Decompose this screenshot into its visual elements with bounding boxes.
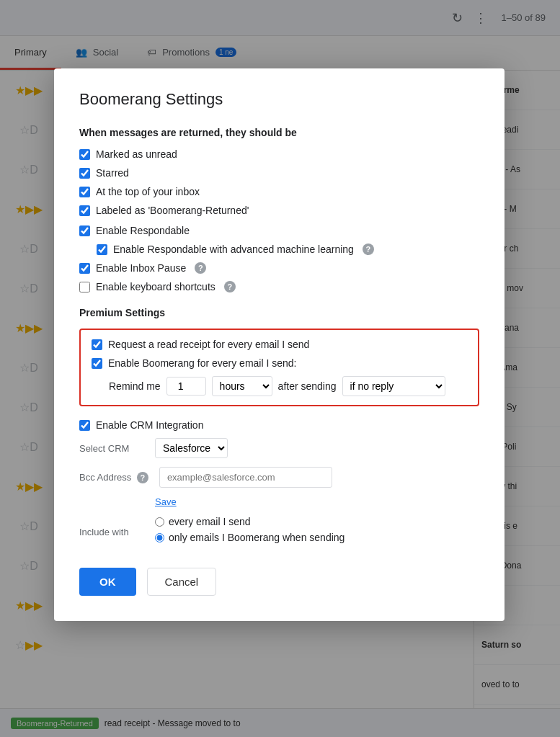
include-radio-group: every email I send only emails I Boomera… — [155, 516, 345, 548]
checkbox-respondable-row: Enable Respondable — [79, 225, 479, 236]
checkbox-enable-crm-label: Enable CRM Integration — [96, 419, 203, 431]
checkbox-respondable-ml-label: Enable Respondable with advanced machine… — [113, 244, 354, 255]
premium-section-title: Premium Settings — [79, 307, 479, 318]
checkbox-enable-boomerang-send-label: Enable Boomerang for every email I send: — [108, 357, 296, 369]
checkbox-enable-crm[interactable] — [79, 420, 90, 431]
radio-every-email[interactable] — [155, 517, 164, 527]
checkbox-keyboard-row: Enable keyboard shortcuts ? — [79, 281, 479, 292]
checkbox-labeled-row: Labeled as 'Boomerang-Returned' — [79, 205, 479, 216]
keyboard-help-icon[interactable]: ? — [224, 281, 236, 292]
premium-settings-box: Request a read receipt for every email I… — [79, 329, 479, 406]
checkbox-enable-boomerang-row: Enable Boomerang for every email I send: — [92, 357, 467, 369]
checkbox-respondable-label: Enable Respondable — [96, 225, 190, 236]
remind-after-label: after sending — [278, 380, 337, 392]
bcc-help-icon[interactable]: ? — [137, 472, 148, 483]
checkbox-read-receipt[interactable] — [92, 339, 102, 350]
checkbox-starred-row: Starred — [79, 167, 479, 179]
inbox-pause-help-icon[interactable]: ? — [195, 262, 206, 274]
boomerang-settings-modal: Boomerang Settings When messages are ret… — [54, 68, 505, 621]
checkbox-crm-row: Enable CRM Integration — [79, 419, 479, 431]
bcc-address-input[interactable] — [159, 467, 332, 488]
select-crm-row: Select CRM Salesforce HubSpot Pipedrive — [79, 438, 479, 458]
checkbox-read-receipt-row: Request a read receipt for every email I… — [92, 339, 467, 350]
modal-buttons: OK Cancel — [79, 568, 479, 596]
checkbox-inbox-pause-label: Enable Inbox Pause — [96, 262, 186, 274]
checkbox-enable-respondable[interactable] — [79, 225, 90, 236]
save-link[interactable]: Save — [155, 496, 479, 507]
remind-condition-select[interactable]: if no reply always if no reply or click — [342, 376, 445, 396]
bcc-row: Bcc Address ? — [79, 467, 479, 488]
checkbox-starred-label: Starred — [96, 167, 129, 179]
radio-boomerang-only-row: only emails I Boomerang when sending — [155, 532, 345, 543]
checkbox-respondable-ml-row: Enable Respondable with advanced machine… — [97, 244, 479, 255]
remind-me-row: Remind me hours minutes days after sendi… — [109, 376, 467, 396]
radio-every-email-label: every email I send — [169, 516, 251, 527]
checkbox-marked-unread[interactable] — [79, 149, 90, 160]
include-with-row: Include with every email I send only ema… — [79, 516, 479, 548]
select-crm-label: Select CRM — [79, 443, 144, 454]
modal-title: Boomerang Settings — [79, 90, 479, 109]
checkbox-inbox-pause-row: Enable Inbox Pause ? — [79, 262, 479, 274]
checkbox-read-receipt-label: Request a read receipt for every email I… — [108, 339, 309, 350]
remind-unit-select[interactable]: hours minutes days — [212, 376, 272, 396]
remind-me-label: Remind me — [109, 380, 161, 392]
bcc-label: Bcc Address ? — [79, 472, 148, 483]
checkbox-starred[interactable] — [79, 168, 90, 179]
checkbox-inbox-pause[interactable] — [79, 263, 90, 274]
checkbox-top-inbox-label: At the top of your inbox — [96, 186, 200, 197]
checkbox-enable-boomerang-send[interactable] — [92, 358, 102, 369]
checkbox-keyboard-shortcuts[interactable] — [79, 282, 90, 292]
checkbox-marked-unread-row: Marked as unread — [79, 148, 479, 160]
ok-button[interactable]: OK — [79, 568, 136, 596]
checkbox-top-inbox-row: At the top of your inbox — [79, 186, 479, 197]
checkbox-marked-unread-label: Marked as unread — [96, 148, 177, 160]
radio-boomerang-only[interactable] — [155, 533, 164, 542]
checkbox-labeled[interactable] — [79, 205, 90, 216]
messages-section: When messages are returned, they should … — [79, 127, 479, 292]
crm-section: Enable CRM Integration Select CRM Salesf… — [79, 419, 479, 548]
checkbox-respondable-ml[interactable] — [97, 244, 107, 255]
checkbox-labeled-label: Labeled as 'Boomerang-Returned' — [96, 205, 249, 216]
radio-every-email-row: every email I send — [155, 516, 345, 527]
checkbox-top-inbox[interactable] — [79, 187, 90, 197]
include-with-label: Include with — [79, 527, 144, 537]
respondable-ml-help-icon[interactable]: ? — [363, 244, 374, 255]
cancel-button[interactable]: Cancel — [147, 568, 217, 596]
remind-value-input[interactable] — [166, 377, 206, 396]
messages-section-title: When messages are returned, they should … — [79, 127, 479, 138]
crm-select[interactable]: Salesforce HubSpot Pipedrive — [155, 438, 228, 458]
checkbox-keyboard-label: Enable keyboard shortcuts — [96, 281, 215, 292]
radio-boomerang-only-label: only emails I Boomerang when sending — [169, 532, 345, 543]
